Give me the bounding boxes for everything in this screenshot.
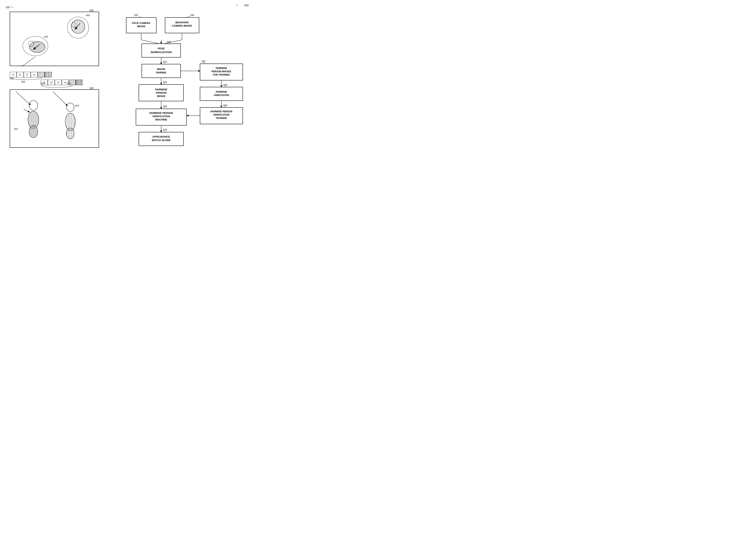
svg-line-22 [16, 92, 31, 105]
top-view-svg [10, 12, 99, 67]
svg-text:PERSON IMAGES: PERSON IMAGES [211, 70, 231, 73]
cell-pattern-diag-1 [38, 72, 45, 77]
bottom-view-svg [10, 90, 99, 148]
svg-text:PAIRWISE PERSON: PAIRWISE PERSON [149, 112, 173, 114]
arrow-520: ↘ [11, 6, 13, 8]
main-diagram: 520 ↘ 330 [0, 0, 253, 179]
svg-text:PAIRWISE: PAIRWISE [216, 91, 227, 93]
svg-text:VERIFICATION: VERIFICATION [152, 115, 170, 118]
label-330: 330 [89, 9, 94, 12]
label-550: 550 [244, 4, 249, 7]
cell-pattern-vert-2 [76, 80, 83, 85]
svg-text:TRAINING: TRAINING [216, 117, 227, 120]
svg-text:FOR TRAINING: FOR TRAINING [213, 73, 230, 76]
svg-text:600: 600 [223, 104, 227, 107]
svg-text:PAIRWISE: PAIRWISE [155, 88, 167, 91]
label-520: 520 [6, 6, 10, 9]
svg-text:650: 650 [163, 105, 167, 108]
right-section: 550 ↙ FACE CAMERA IMAGE 320 BEHAVIOR CAM… [117, 4, 249, 175]
label-522-1: 522 [21, 80, 25, 83]
svg-line-33 [186, 16, 190, 17]
svg-text:PAIRWISE: PAIRWISE [216, 67, 227, 70]
cell-pattern-check-1 [45, 72, 52, 77]
svg-text:APPEARANCE: APPEARANCE [152, 135, 170, 138]
left-section: 520 ↘ 330 [6, 6, 103, 173]
label-413-top: 413 [44, 35, 48, 38]
label-414-top: 414 [86, 14, 90, 17]
svg-point-17 [29, 125, 38, 138]
svg-text:625: 625 [202, 60, 205, 63]
data-row-1: x1 y1 t1 s1 [10, 72, 52, 77]
label-413-bottom: 413 [14, 128, 18, 130]
top-view-box: 413 414 [10, 12, 99, 66]
cell-t2: t2 [55, 80, 62, 85]
svg-rect-41 [142, 44, 180, 57]
svg-point-21 [67, 128, 74, 139]
svg-text:IMAGE: IMAGE [157, 68, 165, 70]
svg-line-8 [22, 57, 35, 67]
svg-text:VERIFICATION: VERIFICATION [213, 114, 230, 116]
flowchart-svg: FACE CAMERA IMAGE 320 BEHAVIOR CAMERA IM… [117, 4, 249, 175]
svg-text:MATCH SCORE: MATCH SCORE [152, 139, 171, 142]
brace-group-2 [40, 85, 73, 89]
label-515-2: 515 [41, 82, 45, 85]
svg-text:330: 330 [190, 14, 194, 16]
svg-text:MACHINE: MACHINE [155, 118, 167, 121]
label-414-bottom: 414 [75, 104, 79, 107]
svg-line-18 [24, 109, 30, 112]
brace-group-1 [10, 77, 43, 81]
svg-line-37 [164, 40, 182, 44]
svg-text:ANNOTATION: ANNOTATION [214, 94, 229, 97]
svg-point-15 [29, 100, 38, 110]
label-515-1: 515 [10, 77, 14, 80]
svg-text:320: 320 [134, 14, 138, 16]
svg-line-28 [139, 16, 141, 17]
svg-text:PAIRING: PAIRING [156, 71, 166, 74]
svg-text:540: 540 [167, 41, 171, 43]
svg-point-19 [67, 103, 74, 112]
svg-text:PERSON: PERSON [156, 91, 167, 94]
cell-t1: t1 [24, 72, 31, 77]
cell-s1: s1 [31, 72, 38, 77]
cell-y1: y1 [17, 72, 24, 77]
svg-text:IMAGE: IMAGE [137, 25, 146, 28]
svg-text:CAMERA IMAGE: CAMERA IMAGE [172, 24, 192, 27]
svg-text:IMAGE: IMAGE [157, 95, 165, 98]
svg-text:620: 620 [163, 81, 167, 84]
svg-text:FACE CAMERA: FACE CAMERA [132, 21, 150, 24]
label-522-2: 522 [67, 82, 71, 85]
cell-x1: x1 [10, 72, 17, 77]
svg-text:PAIRWISE PERSON: PAIRWISE PERSON [210, 110, 232, 113]
svg-line-23 [53, 92, 68, 106]
svg-text:BEHAVIOR: BEHAVIOR [176, 21, 189, 24]
svg-text:POSE: POSE [158, 47, 165, 50]
arrow-550: ↙ [236, 4, 238, 6]
label-320: 320 [89, 87, 94, 90]
cell-y2: y2 [48, 80, 55, 85]
svg-text:524: 524 [163, 128, 167, 131]
data-row-2: x2 y2 t2 s2 [41, 80, 83, 85]
bottom-view-box: 413 414 [10, 89, 99, 148]
svg-point-1 [30, 42, 45, 52]
svg-text:NORMALIZATION: NORMALIZATION [151, 51, 172, 54]
svg-point-5 [71, 20, 85, 33]
svg-text:605: 605 [223, 84, 227, 87]
svg-text:612: 612 [163, 60, 167, 63]
svg-rect-47 [142, 64, 180, 78]
svg-line-35 [141, 40, 159, 44]
